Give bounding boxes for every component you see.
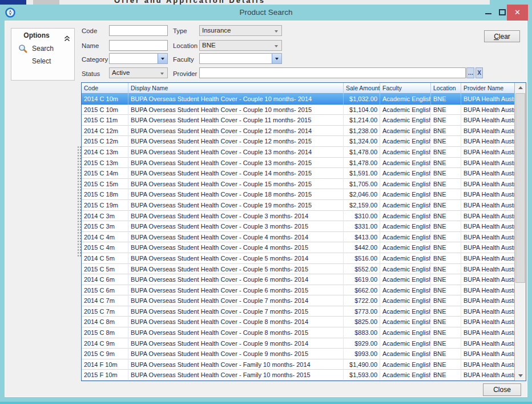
column-header-sale_amount[interactable]: Sale Amount — [344, 83, 380, 94]
cell-provider_name: BUPA Health Australia P — [461, 295, 514, 306]
table-row[interactable]: 2014 C 9mBUPA Overseas Student Health Co… — [82, 338, 514, 349]
table-row[interactable]: 2015 C 4mBUPA Overseas Student Health Co… — [82, 242, 514, 253]
cell-provider_name: BUPA Health Australia P — [461, 306, 514, 317]
category-dropdown-button[interactable] — [158, 54, 167, 63]
cell-provider_name: BUPA Health Australia P — [461, 94, 514, 105]
table-row[interactable]: 2014 C 7mBUPA Overseas Student Health Co… — [82, 295, 514, 306]
table-row[interactable]: 2015 C 9mBUPA Overseas Student Health Co… — [82, 349, 514, 359]
cell-provider_name: BUPA Health Australia P — [461, 147, 514, 158]
cell-code: 2015 C 19m — [82, 200, 128, 211]
cell-display_name: BUPA Overseas Student Health Cover - Cou… — [128, 349, 344, 359]
provider-clear-button[interactable]: X — [475, 67, 483, 78]
background-window-fragment2 — [33, 0, 59, 5]
table-row[interactable]: 2015 C 15mBUPA Overseas Student Health C… — [82, 179, 514, 190]
table-row[interactable]: 2014 C 3mBUPA Overseas Student Health Co… — [82, 211, 514, 222]
table-row[interactable]: 2014 C 4mBUPA Overseas Student Health Co… — [82, 232, 514, 243]
close-button[interactable]: Close — [483, 383, 521, 396]
cell-location: BNE — [431, 94, 461, 105]
cell-faculty: Academic English — [380, 147, 431, 158]
sidebar-item-label: Select — [32, 55, 51, 67]
type-dropdown: Insurance — [199, 25, 282, 36]
column-header-display_name[interactable]: Display Name — [128, 83, 344, 94]
table-row[interactable]: 2015 C 12mBUPA Overseas Student Health C… — [82, 136, 514, 147]
table-row[interactable]: 2015 C 13mBUPA Overseas Student Health C… — [82, 158, 514, 169]
table-row[interactable]: 2014 C 12mBUPA Overseas Student Health C… — [82, 126, 514, 137]
scroll-thumb[interactable] — [515, 93, 525, 283]
cell-faculty: Academic English — [380, 242, 431, 253]
arrow-up-icon — [518, 86, 523, 89]
cell-provider_name: BUPA Health Australia P — [461, 349, 514, 359]
provider-ellipsis-button[interactable]: … — [466, 67, 474, 78]
cell-sale_amount: $1,238.00 — [344, 126, 380, 137]
table-row[interactable]: 2014 F 10mBUPA Overseas Student Health C… — [82, 359, 514, 370]
table-row[interactable]: 2015 C 18mBUPA Overseas Student Health C… — [82, 189, 514, 200]
table-row[interactable]: 2014 C 5mBUPA Overseas Student Health Co… — [82, 253, 514, 264]
name-input[interactable] — [109, 40, 168, 51]
scroll-up-button[interactable] — [515, 83, 526, 93]
cell-provider_name: BUPA Health Australia P — [461, 242, 514, 253]
dropdown-arrow-icon — [275, 45, 278, 47]
cell-sale_amount: $413.00 — [344, 232, 380, 243]
cell-location: BNE — [431, 253, 461, 264]
table-row[interactable]: 2015 C 14mBUPA Overseas Student Health C… — [82, 168, 514, 179]
column-header-code[interactable]: Code — [82, 83, 128, 94]
cell-location: BNE — [431, 221, 461, 232]
cell-provider_name: BUPA Health Australia P — [461, 221, 514, 232]
table-row[interactable]: 2014 C 10mBUPA Overseas Student Health C… — [82, 94, 514, 105]
table-row[interactable]: 2014 C 13mBUPA Overseas Student Health C… — [82, 147, 514, 158]
location-label: Location — [173, 42, 198, 49]
sidebar-item-select[interactable]: Select — [11, 55, 74, 67]
table-row[interactable]: 2015 C 11mBUPA Overseas Student Health C… — [82, 115, 514, 126]
cell-display_name: BUPA Overseas Student Health Cover - Cou… — [128, 158, 344, 169]
cell-code: 2015 F 10m — [82, 370, 128, 381]
table-row[interactable]: 2015 C 5mBUPA Overseas Student Health Co… — [82, 264, 514, 275]
provider-input[interactable] — [199, 67, 466, 78]
scroll-down-button[interactable] — [515, 371, 526, 381]
cell-faculty: Academic English — [380, 189, 431, 200]
splitter-handle[interactable] — [77, 146, 81, 258]
faculty-dropdown[interactable] — [199, 53, 282, 64]
minimize-button[interactable] — [483, 5, 494, 21]
sidebar-item-search[interactable]: Search — [11, 42, 74, 55]
vertical-scrollbar[interactable] — [514, 83, 526, 381]
cell-provider_name: BUPA Health Australia P — [461, 179, 514, 190]
clear-button[interactable]: Clear — [484, 30, 520, 42]
column-header-provider_name[interactable]: Provider Name — [461, 83, 515, 94]
cell-sale_amount: $1,705.00 — [344, 179, 380, 190]
cell-display_name: BUPA Overseas Student Health Cover - Cou… — [128, 189, 344, 200]
options-header[interactable]: Options — [11, 29, 74, 42]
maximize-button[interactable] — [497, 5, 508, 21]
table-row[interactable]: 2015 C 7mBUPA Overseas Student Health Co… — [82, 306, 514, 317]
column-header-faculty[interactable]: Faculty — [380, 83, 431, 94]
cell-sale_amount: $1,478.00 — [344, 147, 380, 158]
dropdown-arrow-icon — [160, 73, 164, 75]
cell-display_name: BUPA Overseas Student Health Cover - Cou… — [128, 168, 344, 179]
cell-sale_amount: $1,324.00 — [344, 136, 380, 147]
cell-display_name: BUPA Overseas Student Health Cover - Cou… — [128, 179, 344, 190]
table-row[interactable]: 2014 C 8mBUPA Overseas Student Health Co… — [82, 317, 514, 327]
cell-provider_name: BUPA Health Australia P — [461, 327, 514, 338]
category-dropdown[interactable] — [109, 53, 168, 64]
table-row[interactable]: 2014 C 6mBUPA Overseas Student Health Co… — [82, 274, 514, 285]
faculty-dropdown-button[interactable] — [272, 54, 281, 63]
close-window-button[interactable]: ✕ — [507, 5, 528, 21]
code-input[interactable] — [109, 25, 168, 36]
column-header-location[interactable]: Location — [431, 83, 461, 94]
table-row[interactable]: 2015 C 10mBUPA Overseas Student Health C… — [82, 105, 514, 115]
table-row[interactable]: 2015 C 6mBUPA Overseas Student Health Co… — [82, 285, 514, 296]
cell-faculty: Academic English — [380, 105, 431, 115]
cell-display_name: BUPA Overseas Student Health Cover - Cou… — [128, 221, 344, 232]
results-grid: CodeDisplay NameSale AmountFacultyLocati… — [81, 82, 526, 381]
table-row[interactable]: 2015 F 10mBUPA Overseas Student Health C… — [82, 370, 514, 381]
table-row[interactable]: 2015 C 8mBUPA Overseas Student Health Co… — [82, 327, 514, 338]
table-row[interactable]: 2015 C 3mBUPA Overseas Student Health Co… — [82, 221, 514, 232]
titlebar[interactable]: Product Search ✕ — [0, 5, 532, 21]
cell-location: BNE — [431, 136, 461, 147]
minimize-icon — [485, 13, 491, 14]
cell-sale_amount: $331.00 — [344, 221, 380, 232]
table-row[interactable]: 2015 C 19mBUPA Overseas Student Health C… — [82, 200, 514, 211]
code-label: Code — [82, 27, 97, 34]
cell-sale_amount: $516.00 — [344, 253, 380, 264]
cell-location: BNE — [431, 179, 461, 190]
cell-code: 2015 C 8m — [82, 327, 128, 338]
